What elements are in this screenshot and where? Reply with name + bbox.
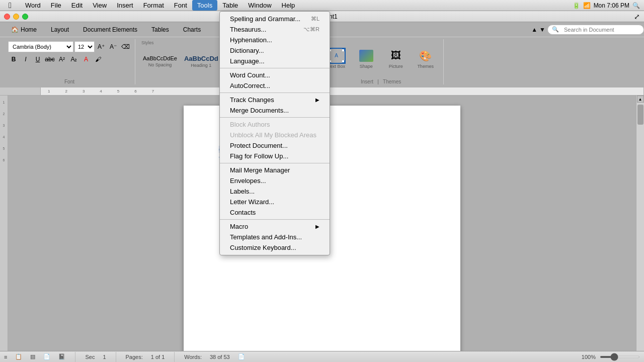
menu-dictionary[interactable]: Dictionary...	[220, 45, 330, 56]
tab-home[interactable]: 🏠 Home	[4, 22, 44, 37]
close-button[interactable]	[4, 14, 10, 20]
scroll-thumb[interactable]	[637, 105, 643, 125]
bold-button[interactable]: B	[8, 54, 19, 65]
menubar-edit[interactable]: Edit	[66, 0, 88, 11]
menubar-right: 🔋 📶 Mon 7:06 PM 🔍	[573, 2, 644, 9]
strikethrough-button[interactable]: abc	[44, 54, 55, 65]
merge-documents-label: Merge Documents...	[230, 107, 289, 114]
highlight-btn[interactable]: 🖌	[93, 54, 104, 65]
menu-labels[interactable]: Labels...	[220, 186, 330, 197]
menubar-tools[interactable]: Tools	[192, 0, 217, 11]
mail-merge-label: Mail Merge Manager	[230, 166, 290, 174]
tools-dropdown-menu: Spelling and Grammar... ⌘L Thesaurus... …	[219, 11, 330, 255]
scroll-down-icon[interactable]: ▼	[539, 26, 545, 33]
menu-hyphenation[interactable]: Hyphenation...	[220, 35, 330, 45]
minimize-button[interactable]	[13, 14, 19, 20]
menubar-window[interactable]: Window	[243, 0, 276, 11]
menubar-word[interactable]: Word	[20, 0, 46, 11]
menubar-help[interactable]: Help	[277, 0, 300, 11]
subscript-button[interactable]: A₂	[68, 54, 79, 65]
font-size-select[interactable]: 12	[74, 41, 95, 52]
tab-document-elements[interactable]: Document Elements	[76, 22, 144, 37]
menu-protect-document[interactable]: Protect Document...	[220, 140, 330, 151]
insert-group: A Text Box Shape 🖼 Picture	[318, 39, 444, 84]
menu-word-count[interactable]: Word Count...	[220, 70, 330, 80]
menubar-view[interactable]: View	[88, 0, 112, 11]
wifi-icon: 📶	[583, 2, 591, 9]
menu-language[interactable]: Language...	[220, 56, 330, 66]
menu-flag-follow-up[interactable]: Flag for Follow Up...	[220, 151, 330, 161]
font-grow-btn[interactable]: A⁺	[96, 41, 107, 52]
insert-themes[interactable]: 🎨 Themes	[412, 46, 439, 71]
menu-contacts[interactable]: Contacts	[220, 207, 330, 218]
menu-templates-addins[interactable]: Templates and Add-Ins...	[220, 232, 330, 242]
menubar-file[interactable]: File	[46, 0, 66, 11]
menu-mail-merge-manager[interactable]: Mail Merge Manager	[220, 165, 330, 175]
menubar-font[interactable]: Font	[169, 0, 192, 11]
clear-format-btn[interactable]: ⌫	[120, 41, 131, 52]
pages-label: Pages:	[126, 354, 143, 360]
home-icon: 🏠	[11, 26, 19, 33]
style-heading1[interactable]: AaBbCcDd Heading 1	[181, 54, 222, 69]
search-document-input[interactable]	[559, 24, 639, 35]
font-group: Cambria (Body) 12 A⁺ A⁻ ⌫ B I U abc	[4, 39, 135, 84]
insert-content: A Text Box Shape 🖼 Picture	[323, 39, 439, 77]
menubar-format[interactable]: Format	[138, 0, 169, 11]
view-mode-outline[interactable]: 📋	[15, 353, 22, 360]
menu-sep1	[220, 68, 330, 68]
menu-track-changes[interactable]: Track Changes ▶	[220, 95, 330, 105]
font-row1: Cambria (Body) 12 A⁺ A⁻ ⌫	[8, 41, 131, 52]
tab-layout[interactable]: Layout	[44, 22, 76, 37]
menu-autocorrect[interactable]: AutoCorrect...	[220, 80, 330, 91]
search-area: ▲ ▼ 🔍	[531, 25, 644, 35]
scrollbar-vertical[interactable]: ▲	[636, 96, 644, 351]
menu-sep3	[220, 117, 330, 118]
menu-letter-wizard[interactable]: Letter Wizard...	[220, 197, 330, 207]
block-authors-label: Block Authors	[230, 121, 270, 128]
insert-shape[interactable]: Shape	[352, 46, 380, 71]
pages-value: 1 of 1	[151, 354, 165, 360]
menu-envelopes[interactable]: Envelopes...	[220, 175, 330, 186]
view-mode-draft[interactable]: 📄	[43, 353, 50, 360]
insert-picture[interactable]: 🖼 Picture	[382, 46, 410, 71]
style-no-spacing[interactable]: AaBbCcDdEe No Spacing	[139, 54, 181, 69]
italic-button[interactable]: I	[20, 54, 31, 65]
menu-block-authors: Block Authors	[220, 119, 330, 130]
menu-unblock-all: Unblock All My Blocked Areas	[220, 130, 330, 140]
underline-button[interactable]: U	[32, 54, 43, 65]
track-changes-arrow: ▶	[315, 97, 319, 103]
view-mode-nb[interactable]: 📓	[58, 353, 65, 360]
spelling-grammar-label: Spelling and Grammar...	[230, 15, 300, 23]
search-icon[interactable]: 🔍	[632, 2, 640, 9]
tab-charts[interactable]: Charts	[176, 22, 208, 37]
scroll-up-icon[interactable]: ▲	[531, 26, 537, 33]
superscript-button[interactable]: A²	[56, 54, 67, 65]
tab-tables[interactable]: Tables	[144, 22, 176, 37]
menubar-table[interactable]: Table	[217, 0, 243, 11]
menu-thesaurus[interactable]: Thesaurus... ⌥⌘R	[220, 24, 330, 35]
font-shrink-btn[interactable]: A⁻	[108, 41, 119, 52]
zoom-slider[interactable]	[600, 356, 640, 358]
font-family-select[interactable]: Cambria (Body)	[8, 41, 73, 52]
picture-preview: 🖼	[387, 48, 405, 64]
menubar-insert[interactable]: Insert	[112, 0, 138, 11]
textbox-preview: A	[328, 48, 346, 64]
view-mode-layout[interactable]: ▤	[30, 353, 35, 360]
menu-sep4	[220, 163, 330, 163]
maximize-button[interactable]	[22, 14, 28, 20]
view-mode-normal[interactable]: ≡	[4, 354, 7, 360]
status-sep1	[75, 352, 75, 362]
expand-icon[interactable]: ⤢	[634, 13, 640, 21]
menu-macro[interactable]: Macro ▶	[220, 221, 330, 232]
apple-menu[interactable]: 	[0, 1, 20, 10]
menu-customize-keyboard[interactable]: Customize Keyboard...	[220, 242, 330, 253]
hyphenation-label: Hyphenation...	[230, 36, 272, 44]
battery-icon: 🔋	[573, 2, 580, 9]
ruler-vertical: 123456	[0, 96, 8, 351]
menu-spelling-grammar[interactable]: Spelling and Grammar... ⌘L	[220, 14, 330, 24]
scroll-up-btn[interactable]: ▲	[637, 96, 644, 103]
menu-merge-documents[interactable]: Merge Documents...	[220, 105, 330, 116]
font-controls: Cambria (Body) 12 A⁺ A⁻ ⌫ B I U abc	[8, 39, 131, 77]
zoom-level: 100%	[582, 354, 596, 360]
font-color-btn[interactable]: A	[80, 54, 92, 65]
